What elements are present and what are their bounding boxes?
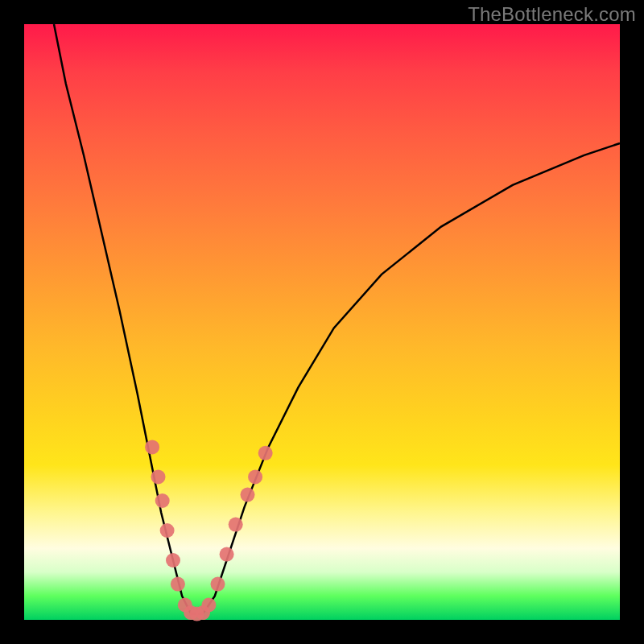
scatter-dot	[155, 493, 170, 508]
scatter-dot	[241, 488, 255, 502]
scatter-dot	[171, 577, 185, 592]
scatter-dot	[160, 523, 175, 538]
scatter-dot	[211, 577, 225, 592]
scatter-dot	[201, 598, 216, 613]
watermark-text: TheBottleneck.com	[468, 3, 636, 26]
scatter-group	[145, 440, 273, 621]
scatter-dot	[166, 553, 180, 568]
bottleneck-curve	[54, 24, 620, 614]
scatter-dot	[248, 469, 262, 484]
outer-frame: TheBottleneck.com	[0, 0, 644, 644]
scatter-dot	[229, 518, 243, 532]
scatter-dot	[220, 547, 234, 562]
scatter-dot	[145, 440, 159, 454]
chart-overlay	[24, 24, 620, 620]
scatter-dot	[258, 446, 273, 460]
scatter-dot	[151, 469, 166, 484]
